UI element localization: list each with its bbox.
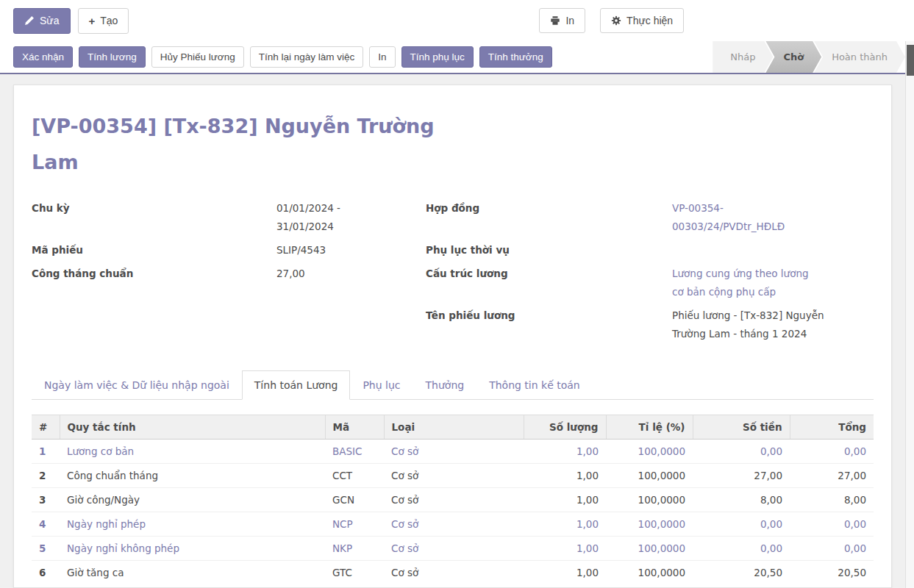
cell-total[interactable]: 0,00 — [790, 440, 874, 464]
status-step-draft[interactable]: Nháp — [713, 41, 773, 73]
form-sheet: [VP-00354] [Tx-832] Nguyễn Trường Lam Ch… — [13, 85, 892, 588]
recompute-workdays-button[interactable]: Tính lại ngày làm việc — [250, 46, 364, 68]
scrollbar-thumb[interactable] — [907, 45, 914, 76]
create-button-label: Tạo — [100, 15, 118, 26]
action-menu-button-label: Thực hiện — [626, 15, 673, 26]
cell-rate[interactable]: 100,0000 — [606, 488, 693, 512]
create-button[interactable]: + Tạo — [78, 8, 129, 34]
cell-category[interactable]: Cơ sở — [384, 537, 524, 561]
cell-rate[interactable]: 100,0000 — [606, 440, 693, 464]
cell-row-number[interactable]: 5 — [32, 537, 60, 561]
cell-row-number[interactable]: 1 — [32, 440, 60, 464]
cell-amount[interactable]: 8,00 — [693, 488, 790, 512]
field-label: Công tháng chuẩn — [32, 265, 276, 283]
cell-rate[interactable]: 100,0000 — [606, 537, 693, 561]
cell-rate[interactable]: 100,0000 — [606, 464, 693, 488]
tab-bonus[interactable]: Thưởng — [413, 370, 477, 400]
pencil-icon — [24, 15, 35, 26]
tab-accounting-info[interactable]: Thông tin kế toán — [476, 370, 593, 400]
status-step-done[interactable]: Hoàn thành — [814, 41, 905, 73]
gear-icon — [611, 15, 621, 26]
cell-amount[interactable]: 0,00 — [693, 512, 790, 537]
table-row[interactable]: 3 Giờ công/Ngày GCN Cơ sở 1,00 100,0000 … — [32, 488, 874, 512]
cell-amount[interactable]: 0,00 — [693, 440, 790, 464]
cell-quantity[interactable]: 1,00 — [524, 464, 606, 488]
print-button[interactable]: In — [539, 8, 585, 33]
col-rule: Quy tắc tính — [60, 415, 325, 440]
cell-category[interactable]: Cơ sở — [384, 488, 524, 512]
cell-rule[interactable]: Công chuẩn tháng — [60, 464, 325, 488]
cell-category[interactable]: Cơ sở — [384, 561, 524, 585]
cell-category[interactable]: Cơ sở — [384, 440, 524, 464]
content-area: [VP-00354] [Tx-832] Nguyễn Trường Lam Ch… — [0, 74, 914, 588]
field-seasonal-annex: Phụ lục thời vụ — [426, 241, 874, 259]
cell-row-number[interactable]: 6 — [32, 561, 60, 585]
cell-category[interactable]: Cơ sở — [384, 464, 524, 488]
cell-row-number[interactable]: 3 — [32, 488, 60, 512]
edit-button[interactable]: Sửa — [13, 8, 71, 34]
cell-quantity[interactable]: 1,00 — [524, 440, 606, 464]
table-row[interactable]: 5 Ngày nghỉ không phép NKP Cơ sở 1,00 10… — [32, 537, 874, 561]
confirm-button[interactable]: Xác nhận — [13, 46, 73, 68]
field-value: Phiếu lương - [Tx-832] Nguyễn Trường Lam… — [672, 306, 874, 343]
cell-total[interactable]: 0,00 — [790, 512, 874, 537]
status-step-waiting[interactable]: Chờ — [765, 41, 821, 73]
cell-rate[interactable]: 100,0000 — [606, 561, 693, 585]
cell-rule[interactable]: Ngày nghỉ phép — [60, 512, 325, 537]
cell-rule[interactable]: Giờ công/Ngày — [60, 488, 325, 512]
compute-annex-button[interactable]: Tính phụ lục — [401, 46, 474, 68]
contract-link[interactable]: VP-00354- 00303/24/PVDtr_HĐLĐ — [672, 199, 874, 236]
cell-rule[interactable]: Giờ tăng ca — [60, 561, 325, 585]
cell-row-number[interactable]: 2 — [32, 464, 60, 488]
table-row[interactable]: 4 Ngày nghỉ phép NCP Cơ sở 1,00 100,0000… — [32, 512, 874, 537]
table-row[interactable]: 1 Lương cơ bản BASIC Cơ sở 1,00 100,0000… — [32, 440, 874, 464]
tab-worked-days[interactable]: Ngày làm việc & Dữ liệu nhập ngoài — [32, 370, 242, 400]
field-label: Mã phiếu — [32, 241, 276, 259]
table-row[interactable]: 6 Giờ tăng ca GTC Cơ sở 1,00 100,0000 20… — [32, 561, 874, 585]
cell-total[interactable]: 20,50 — [790, 561, 874, 585]
field-label: Hợp đồng — [426, 199, 672, 236]
cell-rate[interactable]: 100,0000 — [606, 512, 693, 537]
cell-category[interactable]: Cơ sở — [384, 512, 524, 537]
cell-total[interactable]: 0,00 — [790, 537, 874, 561]
cell-quantity[interactable]: 1,00 — [524, 488, 606, 512]
compute-bonus-button[interactable]: Tính thưởng — [479, 46, 552, 68]
vertical-scrollbar[interactable] — [905, 41, 914, 588]
cell-amount[interactable]: 27,00 — [693, 464, 790, 488]
cancel-payslip-button[interactable]: Hủy Phiếu lương — [151, 46, 244, 68]
cell-code[interactable]: CCT — [325, 464, 384, 488]
printer-icon — [550, 15, 560, 26]
cell-total[interactable]: 8,00 — [790, 488, 874, 512]
statusbar: Nháp Chờ Hoàn thành — [713, 41, 905, 73]
cell-rule[interactable]: Ngày nghỉ không phép — [60, 537, 325, 561]
cell-amount[interactable]: 20,50 — [693, 561, 790, 585]
field-value — [672, 241, 874, 259]
tab-annex[interactable]: Phụ lục — [350, 370, 413, 400]
field-group-right: Hợp đồng VP-00354- 00303/24/PVDtr_HĐLĐ P… — [426, 199, 874, 348]
field-label: Chu kỳ — [32, 199, 276, 236]
cell-quantity[interactable]: 1,00 — [524, 537, 606, 561]
cell-code[interactable]: NCP — [325, 512, 384, 537]
action-menu-button[interactable]: Thực hiện — [600, 8, 684, 33]
cell-row-number[interactable]: 4 — [32, 512, 60, 537]
field-salary-structure: Cấu trúc lương Lương cung ứng theo lương… — [426, 265, 874, 301]
cell-quantity[interactable]: 1,00 — [524, 561, 606, 585]
cell-code[interactable]: GCN — [325, 488, 384, 512]
cell-code[interactable]: BASIC — [325, 440, 384, 464]
print-button-label: In — [565, 15, 574, 26]
col-amount: Số tiền — [693, 415, 790, 440]
cell-total[interactable]: 27,00 — [790, 464, 874, 488]
field-slip-code: Mã phiếu SLIP/4543 — [32, 241, 426, 259]
salary-structure-link[interactable]: Lương cung ứng theo lương cơ bản cộng ph… — [672, 265, 874, 301]
cell-code[interactable]: GTC — [325, 561, 384, 585]
cell-amount[interactable]: 0,00 — [693, 537, 790, 561]
compute-salary-button[interactable]: Tính lương — [79, 46, 146, 68]
cell-rule[interactable]: Lương cơ bản — [60, 440, 325, 464]
cell-code[interactable]: NKP — [325, 537, 384, 561]
print-payslip-button[interactable]: In — [369, 46, 395, 68]
edit-button-label: Sửa — [40, 15, 60, 26]
table-row[interactable]: 2 Công chuẩn tháng CCT Cơ sở 1,00 100,00… — [32, 464, 874, 488]
tab-salary-computation[interactable]: Tính toán Lương — [242, 370, 351, 400]
cell-quantity[interactable]: 1,00 — [524, 512, 606, 537]
field-label: Cấu trúc lương — [426, 265, 672, 301]
